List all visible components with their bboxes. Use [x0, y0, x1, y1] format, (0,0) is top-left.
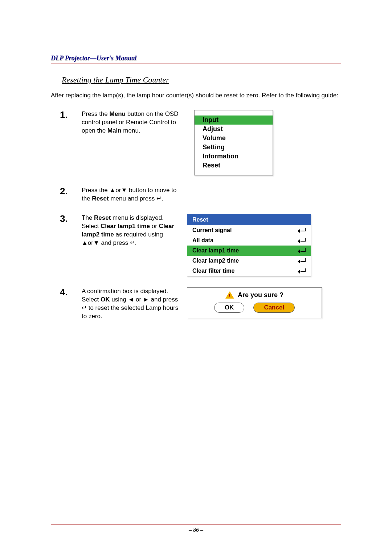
- reset-menu-item[interactable]: Clear lamp2 time: [187, 256, 311, 266]
- step-number: 2.: [51, 186, 82, 196]
- main-menu-item[interactable]: Setting: [195, 143, 273, 152]
- confirm-figure: Are you sure ? OK Cancel: [187, 287, 341, 318]
- step-4-text: A confirmation box is displayed. Select …: [82, 287, 180, 321]
- confirm-dialog: Are you sure ? OK Cancel: [187, 287, 322, 318]
- page-number: – 86 –: [189, 527, 203, 533]
- intro-text: After replacing the lamp(s), the lamp ho…: [51, 92, 341, 99]
- main-menu-item[interactable]: Adjust: [195, 125, 273, 134]
- page-header: DLP Projector—User's Manual: [51, 54, 341, 64]
- reset-item-label: Clear lamp1 time: [192, 247, 239, 254]
- enter-icon: [299, 248, 306, 253]
- main-menu-item[interactable]: Volume: [195, 134, 273, 143]
- main-menu-item[interactable]: Input: [195, 116, 273, 125]
- reset-menu-item[interactable]: Clear lamp1 time: [187, 246, 311, 256]
- step-4-row: 4. A confirmation box is displayed. Sele…: [51, 287, 341, 321]
- step-1-text: Press the Menu button on the OSD control…: [82, 110, 180, 135]
- step-3-text: The Reset menu is displayed. Select Clea…: [82, 214, 180, 247]
- reset-menu-title: Reset: [187, 214, 311, 225]
- reset-menu-item[interactable]: Clear filter time: [187, 266, 311, 276]
- page-footer: – 86 –: [51, 524, 341, 533]
- reset-menu-item[interactable]: All data: [187, 235, 311, 246]
- cancel-button[interactable]: Cancel: [253, 303, 295, 313]
- main-menu-item[interactable]: Reset: [195, 161, 273, 170]
- confirm-question-text: Are you sure ?: [238, 291, 283, 299]
- step-2-text: Press the ▲or▼ button to move to the Res…: [82, 186, 180, 203]
- confirm-question-row: Are you sure ?: [195, 291, 314, 299]
- reset-item-label: Clear filter time: [192, 268, 234, 274]
- warning-icon: [225, 291, 234, 299]
- enter-icon: [299, 268, 306, 274]
- ok-button[interactable]: OK: [214, 303, 245, 313]
- confirm-buttons: OK Cancel: [195, 303, 314, 313]
- main-menu-figure: InputAdjustVolumeSettingInformationReset: [187, 110, 341, 175]
- step-number: 4.: [51, 287, 82, 297]
- step-1-row: 1. Press the Menu button on the OSD cont…: [51, 110, 341, 175]
- reset-menu-rows: Current signalAll dataClear lamp1 timeCl…: [187, 225, 311, 276]
- reset-item-label: Clear lamp2 time: [192, 258, 239, 264]
- main-menu-item[interactable]: Information: [195, 152, 273, 161]
- enter-icon: [299, 238, 306, 243]
- osd-reset-menu: Reset Current signalAll dataClear lamp1 …: [187, 214, 311, 276]
- reset-menu-figure: Reset Current signalAll dataClear lamp1 …: [187, 214, 341, 276]
- step-2-row: 2. Press the ▲or▼ button to move to the …: [51, 186, 341, 203]
- enter-icon: [299, 228, 306, 233]
- reset-item-label: All data: [192, 237, 213, 244]
- osd-main-menu: InputAdjustVolumeSettingInformationReset: [194, 110, 273, 175]
- manual-page: DLP Projector—User's Manual Resetting th…: [0, 0, 392, 555]
- step-number: 3.: [51, 214, 82, 223]
- enter-icon: [299, 258, 306, 263]
- section-title: Resetting the Lamp Time Counter: [62, 75, 341, 85]
- reset-item-label: Current signal: [192, 227, 232, 234]
- step-number: 1.: [51, 110, 82, 119]
- reset-menu-item[interactable]: Current signal: [187, 225, 311, 235]
- step-3-row: 3. The Reset menu is displayed. Select C…: [51, 214, 341, 276]
